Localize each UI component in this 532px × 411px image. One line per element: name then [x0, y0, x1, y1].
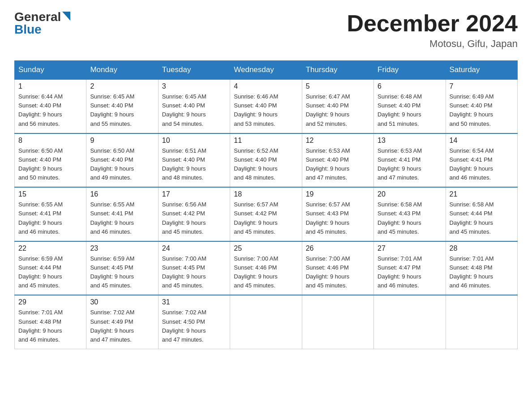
- weekday-header-wednesday: Wednesday: [230, 61, 302, 80]
- weekday-header-sunday: Sunday: [15, 61, 86, 80]
- weekday-header-tuesday: Tuesday: [158, 61, 230, 80]
- calendar-cell: 5 Sunrise: 6:47 AMSunset: 4:40 PMDayligh…: [302, 79, 373, 133]
- day-info: Sunrise: 7:00 AMSunset: 4:45 PMDaylight:…: [162, 255, 206, 289]
- calendar-cell: 2 Sunrise: 6:45 AMSunset: 4:40 PMDayligh…: [86, 79, 158, 133]
- day-info: Sunrise: 6:58 AMSunset: 4:44 PMDaylight:…: [450, 201, 494, 235]
- day-info: Sunrise: 6:44 AMSunset: 4:40 PMDaylight:…: [18, 93, 63, 127]
- week-row-1: 1 Sunrise: 6:44 AMSunset: 4:40 PMDayligh…: [15, 79, 518, 133]
- calendar-cell: 18 Sunrise: 6:57 AMSunset: 4:42 PMDaylig…: [230, 187, 302, 241]
- day-info: Sunrise: 6:53 AMSunset: 4:41 PMDaylight:…: [378, 147, 422, 181]
- calendar-cell: [302, 295, 373, 349]
- day-number: 3: [162, 82, 226, 90]
- weekday-header-monday: Monday: [86, 61, 158, 80]
- day-info: Sunrise: 7:01 AMSunset: 4:47 PMDaylight:…: [378, 255, 422, 289]
- day-info: Sunrise: 7:01 AMSunset: 4:48 PMDaylight:…: [18, 309, 63, 342]
- calendar-cell: 10 Sunrise: 6:51 AMSunset: 4:40 PMDaylig…: [158, 133, 230, 188]
- day-info: Sunrise: 6:47 AMSunset: 4:40 PMDaylight:…: [306, 93, 350, 127]
- weekday-header-thursday: Thursday: [302, 61, 373, 80]
- calendar-cell: 20 Sunrise: 6:58 AMSunset: 4:43 PMDaylig…: [374, 187, 446, 241]
- calendar-cell: 17 Sunrise: 6:56 AMSunset: 4:42 PMDaylig…: [158, 187, 230, 241]
- day-number: 20: [378, 190, 442, 198]
- calendar-cell: [374, 295, 446, 349]
- day-info: Sunrise: 6:58 AMSunset: 4:43 PMDaylight:…: [378, 201, 422, 235]
- weekday-header-saturday: Saturday: [446, 61, 517, 80]
- day-number: 1: [18, 82, 82, 90]
- day-info: Sunrise: 6:57 AMSunset: 4:42 PMDaylight:…: [234, 201, 278, 235]
- day-number: 24: [162, 244, 226, 253]
- day-number: 11: [234, 137, 298, 145]
- day-info: Sunrise: 6:56 AMSunset: 4:42 PMDaylight:…: [162, 201, 206, 235]
- calendar-cell: 19 Sunrise: 6:57 AMSunset: 4:43 PMDaylig…: [302, 187, 373, 241]
- title-area: December 2024 Motosu, Gifu, Japan: [347, 11, 518, 50]
- day-number: 26: [306, 244, 370, 253]
- calendar-cell: 27 Sunrise: 7:01 AMSunset: 4:47 PMDaylig…: [374, 241, 446, 295]
- page-header: General Blue December 2024 Motosu, Gifu,…: [14, 11, 518, 50]
- calendar-cell: 15 Sunrise: 6:55 AMSunset: 4:41 PMDaylig…: [15, 187, 86, 241]
- calendar-cell: 23 Sunrise: 6:59 AMSunset: 4:45 PMDaylig…: [86, 241, 158, 295]
- day-info: Sunrise: 6:55 AMSunset: 4:41 PMDaylight:…: [18, 201, 63, 235]
- calendar-cell: 25 Sunrise: 7:00 AMSunset: 4:46 PMDaylig…: [230, 241, 302, 295]
- calendar-cell: 21 Sunrise: 6:58 AMSunset: 4:44 PMDaylig…: [446, 187, 517, 241]
- weekday-header-row: SundayMondayTuesdayWednesdayThursdayFrid…: [15, 61, 518, 80]
- weekday-header-friday: Friday: [374, 61, 446, 80]
- calendar-cell: 4 Sunrise: 6:46 AMSunset: 4:40 PMDayligh…: [230, 79, 302, 133]
- day-info: Sunrise: 6:45 AMSunset: 4:40 PMDaylight:…: [90, 93, 134, 127]
- day-number: 31: [162, 298, 226, 306]
- day-number: 5: [306, 82, 370, 90]
- day-number: 23: [90, 244, 154, 253]
- week-row-5: 29 Sunrise: 7:01 AMSunset: 4:48 PMDaylig…: [15, 295, 518, 349]
- day-info: Sunrise: 6:54 AMSunset: 4:41 PMDaylight:…: [450, 147, 494, 181]
- calendar-cell: 22 Sunrise: 6:59 AMSunset: 4:44 PMDaylig…: [15, 241, 86, 295]
- day-info: Sunrise: 6:52 AMSunset: 4:40 PMDaylight:…: [234, 147, 278, 181]
- day-info: Sunrise: 6:57 AMSunset: 4:43 PMDaylight:…: [306, 201, 350, 235]
- calendar-table: SundayMondayTuesdayWednesdayThursdayFrid…: [14, 60, 518, 349]
- day-number: 7: [450, 82, 514, 90]
- day-number: 2: [90, 82, 154, 90]
- day-number: 22: [18, 244, 82, 253]
- calendar-cell: 13 Sunrise: 6:53 AMSunset: 4:41 PMDaylig…: [374, 133, 446, 188]
- day-info: Sunrise: 6:48 AMSunset: 4:40 PMDaylight:…: [378, 93, 422, 127]
- day-info: Sunrise: 6:45 AMSunset: 4:40 PMDaylight:…: [162, 93, 206, 127]
- day-number: 25: [234, 244, 298, 253]
- day-number: 27: [378, 244, 442, 253]
- calendar-cell: 28 Sunrise: 7:01 AMSunset: 4:48 PMDaylig…: [446, 241, 517, 295]
- day-info: Sunrise: 7:00 AMSunset: 4:46 PMDaylight:…: [234, 255, 278, 289]
- day-number: 12: [306, 137, 370, 145]
- calendar-cell: [446, 295, 517, 349]
- location-title: Motosu, Gifu, Japan: [347, 38, 518, 50]
- day-number: 21: [450, 190, 514, 198]
- day-info: Sunrise: 6:49 AMSunset: 4:40 PMDaylight:…: [450, 93, 494, 127]
- logo-general: General: [14, 11, 61, 23]
- day-number: 28: [450, 244, 514, 253]
- day-number: 8: [18, 137, 82, 145]
- day-info: Sunrise: 6:51 AMSunset: 4:40 PMDaylight:…: [162, 147, 206, 181]
- day-number: 10: [162, 137, 226, 145]
- day-info: Sunrise: 7:01 AMSunset: 4:48 PMDaylight:…: [450, 255, 494, 289]
- day-info: Sunrise: 6:50 AMSunset: 4:40 PMDaylight:…: [18, 147, 63, 181]
- calendar-cell: 7 Sunrise: 6:49 AMSunset: 4:40 PMDayligh…: [446, 79, 517, 133]
- calendar-cell: 8 Sunrise: 6:50 AMSunset: 4:40 PMDayligh…: [15, 133, 86, 188]
- calendar-cell: 11 Sunrise: 6:52 AMSunset: 4:40 PMDaylig…: [230, 133, 302, 188]
- day-number: 17: [162, 190, 226, 198]
- calendar-cell: 1 Sunrise: 6:44 AMSunset: 4:40 PMDayligh…: [15, 79, 86, 133]
- day-number: 18: [234, 190, 298, 198]
- day-info: Sunrise: 6:55 AMSunset: 4:41 PMDaylight:…: [90, 201, 134, 235]
- day-info: Sunrise: 6:46 AMSunset: 4:40 PMDaylight:…: [234, 93, 278, 127]
- svg-marker-0: [62, 12, 70, 21]
- logo-arrow-icon: [62, 12, 70, 21]
- calendar-cell: 24 Sunrise: 7:00 AMSunset: 4:45 PMDaylig…: [158, 241, 230, 295]
- day-info: Sunrise: 6:59 AMSunset: 4:45 PMDaylight:…: [90, 255, 134, 289]
- week-row-3: 15 Sunrise: 6:55 AMSunset: 4:41 PMDaylig…: [15, 187, 518, 241]
- day-number: 15: [18, 190, 82, 198]
- calendar-cell: 14 Sunrise: 6:54 AMSunset: 4:41 PMDaylig…: [446, 133, 517, 188]
- day-info: Sunrise: 6:59 AMSunset: 4:44 PMDaylight:…: [18, 255, 63, 289]
- logo-blue: Blue: [14, 22, 42, 36]
- calendar-cell: 30 Sunrise: 7:02 AMSunset: 4:49 PMDaylig…: [86, 295, 158, 349]
- week-row-2: 8 Sunrise: 6:50 AMSunset: 4:40 PMDayligh…: [15, 133, 518, 188]
- day-info: Sunrise: 7:02 AMSunset: 4:50 PMDaylight:…: [162, 309, 206, 342]
- calendar-cell: 6 Sunrise: 6:48 AMSunset: 4:40 PMDayligh…: [374, 79, 446, 133]
- calendar-cell: 29 Sunrise: 7:01 AMSunset: 4:48 PMDaylig…: [15, 295, 86, 349]
- day-info: Sunrise: 7:02 AMSunset: 4:49 PMDaylight:…: [90, 309, 134, 342]
- calendar-cell: 16 Sunrise: 6:55 AMSunset: 4:41 PMDaylig…: [86, 187, 158, 241]
- calendar-cell: 31 Sunrise: 7:02 AMSunset: 4:50 PMDaylig…: [158, 295, 230, 349]
